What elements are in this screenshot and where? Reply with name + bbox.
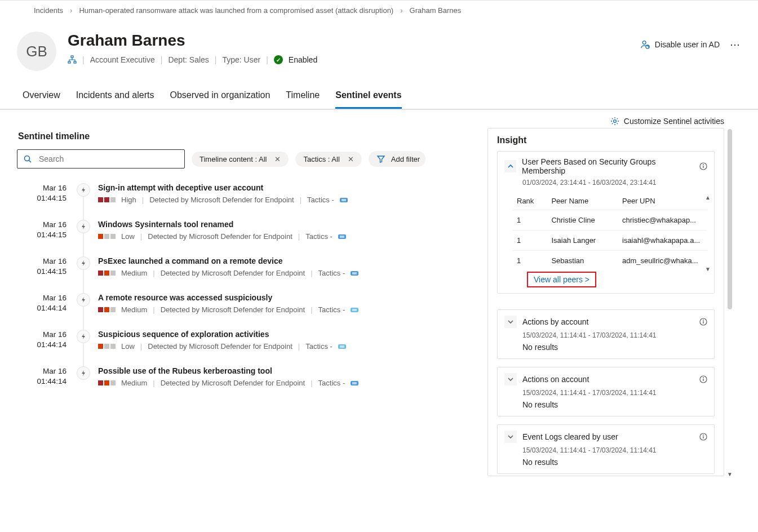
severity-bars-icon (98, 271, 116, 276)
info-icon[interactable] (699, 433, 707, 441)
lightning-icon (77, 220, 90, 233)
chevron-up-icon[interactable] (504, 160, 516, 172)
scroll-down-icon[interactable]: ▼ (704, 265, 712, 273)
chevron-right-icon: › (70, 6, 72, 15)
severity-label: Low (121, 232, 135, 241)
peers-name: Sebastian (547, 251, 618, 271)
insight-card-range: 01/03/2024, 23:14:41 - 16/03/2024, 23:14… (498, 179, 714, 189)
chevron-down-icon[interactable] (504, 373, 517, 385)
severity-label: Low (121, 342, 135, 351)
timeline-item[interactable]: Mar 1601:44:14Suspicious sequence of exp… (17, 324, 476, 361)
insight-card-title: User Peers Based on Security Groups Memb… (522, 157, 694, 175)
severity-label: Medium (121, 305, 147, 314)
user-dept: Dept: Sales (168, 55, 209, 64)
peers-rank: 1 (512, 210, 547, 230)
add-filter-label: Add filter (391, 155, 420, 163)
customize-activities-label: Customize Sentinel activities (624, 117, 724, 126)
peers-col-rank[interactable]: Rank (512, 192, 547, 210)
view-all-peers-link[interactable]: View all peers > (534, 275, 589, 284)
peers-name: Isaiah Langer (547, 230, 618, 251)
tab-incidents-alerts[interactable]: Incidents and alerts (76, 90, 154, 109)
close-icon[interactable]: ✕ (272, 155, 283, 163)
scroll-up-icon[interactable]: ▲ (704, 193, 712, 201)
tab-timeline[interactable]: Timeline (286, 90, 320, 109)
insight-title: Insight (488, 128, 724, 151)
timeline-item[interactable]: Mar 1601:44:15Sign-in attempt with decep… (17, 178, 476, 214)
scrollbar[interactable] (728, 129, 732, 475)
add-filter-button[interactable]: Add filter (369, 151, 425, 167)
tab-sentinel-events[interactable]: Sentinel events (335, 90, 401, 109)
detected-by: Detected by Microsoft Defender for Endpo… (148, 342, 292, 351)
insight-card: Actions by account15/03/2024, 11:14:41 -… (497, 309, 715, 359)
timeline-item[interactable]: Mar 1601:44:15Windows Sysinternals tool … (17, 214, 476, 251)
lightning-icon (77, 330, 90, 343)
tab-observed-in-org[interactable]: Observed in organization (170, 90, 270, 109)
tab-overview[interactable]: Overview (23, 90, 60, 109)
detected-by: Detected by Microsoft Defender for Endpo… (161, 305, 305, 314)
filter-label: Tactics : All (303, 155, 339, 163)
breadcrumb-item[interactable]: Graham Barnes (410, 6, 462, 15)
severity-label: Medium (121, 269, 147, 277)
insight-card-range: 15/03/2024, 11:14:41 - 17/03/2024, 11:14… (498, 389, 714, 399)
detected-by: Detected by Microsoft Defender for Endpo… (161, 379, 305, 387)
chevron-down-icon[interactable] (504, 316, 517, 328)
tactics-label: Tactics - (318, 269, 345, 277)
svg-rect-9 (342, 199, 346, 201)
table-row[interactable]: 1Isaiah Langerisaiahl@whakapapa.a... (512, 230, 707, 251)
customize-activities-button[interactable]: Customize Sentinel activities (610, 117, 724, 126)
more-actions-button[interactable]: ⋯ (730, 38, 741, 51)
svg-rect-15 (352, 309, 357, 311)
svg-rect-1 (68, 61, 70, 63)
timeline-item-title: Suspicious sequence of exploration activ… (98, 330, 476, 339)
scrollbar-thumb[interactable] (728, 129, 732, 309)
close-icon[interactable]: ✕ (345, 155, 356, 163)
tactics-label: Tactics - (305, 342, 333, 351)
header-meta: | Account Executive | Dept: Sales | Type… (68, 55, 317, 64)
timeline-item[interactable]: Mar 1601:44:14A remote resource was acce… (17, 287, 476, 324)
search-input-wrapper[interactable] (17, 149, 185, 169)
info-icon[interactable] (699, 375, 707, 383)
filter-pill-content[interactable]: Timeline content : All ✕ (192, 152, 289, 167)
peers-rank: 1 (512, 251, 547, 271)
insight-card-range: 15/03/2024, 11:14:41 - 17/03/2024, 11:14… (498, 331, 714, 342)
table-row[interactable]: 1Christie Clinechristiec@whakapap... (512, 210, 707, 230)
page-title: Graham Barnes (68, 32, 317, 50)
tactics-label: Tactics - (318, 305, 345, 314)
info-icon[interactable] (699, 318, 707, 326)
peers-upn: christiec@whakapap... (618, 210, 707, 230)
severity-bars-icon (98, 380, 116, 385)
peers-col-name[interactable]: Peer Name (547, 192, 618, 210)
timeline-section-title: Sentinel timeline (17, 128, 476, 149)
page-header: GB Graham Barnes | Account Executive | (0, 18, 758, 77)
insight-card-title: Event Logs cleared by user (522, 432, 694, 441)
timeline-item[interactable]: Mar 1601:44:14Possible use of the Rubeus… (17, 361, 476, 397)
severity-label: High (121, 196, 136, 204)
tabs: Overview Incidents and alerts Observed i… (0, 77, 758, 109)
svg-rect-11 (340, 236, 344, 238)
user-type: Type: User (222, 55, 260, 64)
insight-card-result: No results (498, 399, 714, 416)
svg-point-22 (703, 164, 704, 165)
detected-by: Detected by Microsoft Defender for Endpo… (148, 232, 292, 241)
scroll-down-icon[interactable]: ▼ (726, 471, 733, 477)
info-icon[interactable] (699, 162, 707, 170)
disable-user-button[interactable]: Disable user in AD (640, 39, 720, 50)
breadcrumb-item[interactable]: Incidents (34, 6, 63, 15)
peers-col-upn[interactable]: Peer UPN (618, 192, 707, 210)
timeline-item[interactable]: Mar 1601:44:15PsExec launched a command … (17, 251, 476, 287)
search-input[interactable] (38, 154, 179, 164)
lightning-icon (77, 183, 90, 197)
gear-icon (610, 117, 619, 126)
detected-by: Detected by Microsoft Defender for Endpo… (149, 196, 294, 204)
severity-bars-icon (98, 234, 116, 239)
filter-pill-tactics[interactable]: Tactics : All ✕ (295, 152, 361, 167)
timeline-marker (77, 293, 90, 314)
chevron-down-icon[interactable] (504, 431, 517, 443)
user-role: Account Executive (90, 55, 155, 64)
lightning-icon (77, 293, 90, 307)
svg-point-28 (703, 377, 704, 378)
timeline-item-title: A remote resource was accessed suspiciou… (98, 293, 476, 302)
lightning-icon (77, 366, 90, 380)
table-row[interactable]: 1Sebastianadm_seullric@whaka... (512, 251, 707, 271)
breadcrumb-item[interactable]: Human-operated ransomware attack was lau… (79, 6, 393, 15)
